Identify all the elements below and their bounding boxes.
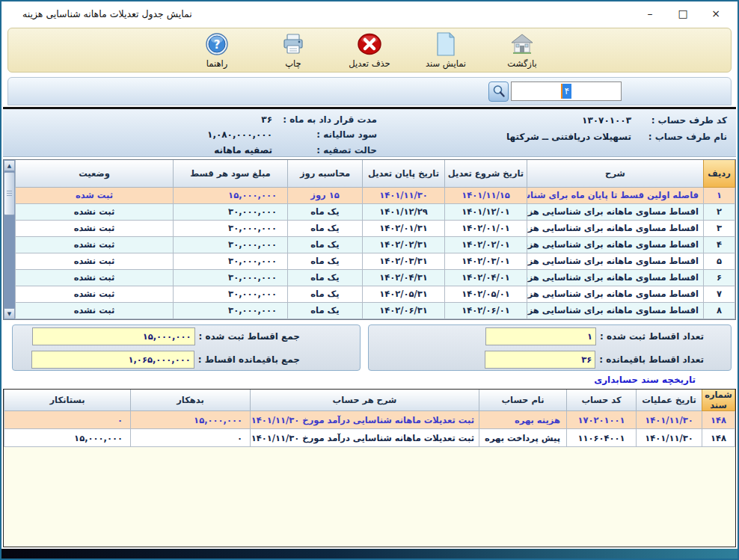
main-table-row[interactable]: ۴اقساط مساوی ماهانه برای شناسایی هزینه م… bbox=[16, 236, 735, 253]
history-table-row[interactable]: ۱۴۸۱۴۰۱/۱۱/۳۰۱۷۰۲۰۱۰۰۱هزینه بهرهثبت تعدی… bbox=[4, 411, 735, 429]
accounting-history-link[interactable]: تاریخچه سند حسابداری bbox=[594, 375, 696, 385]
home-icon bbox=[509, 31, 535, 57]
summary-section: تعداد اقساط ثبت شده : ۱ تعداد اقساط باقی… bbox=[7, 324, 732, 371]
header-credit[interactable]: بستانکار bbox=[4, 390, 131, 411]
annual-profit-label: سود سالیانه : bbox=[272, 129, 377, 140]
search-input[interactable]: ۴ bbox=[511, 81, 622, 101]
main-cell-days: ۱۵ روز bbox=[288, 187, 363, 203]
main-table-row[interactable]: ۳اقساط مساوی ماهانه برای شناسایی هزینه م… bbox=[16, 220, 735, 236]
history-table-area: شماره سند تاریخ عملیات کد حساب نام حساب … bbox=[3, 389, 736, 547]
main-cell-amount: ۳۰,۰۰۰,۰۰۰ bbox=[174, 286, 288, 302]
main-cell-amount: ۳۰,۰۰۰,۰۰۰ bbox=[174, 203, 288, 220]
scroll-down-arrow-icon[interactable]: ▼ bbox=[4, 308, 15, 319]
search-icon bbox=[492, 84, 506, 98]
main-cell-days: یک ماه bbox=[288, 286, 363, 302]
main-cell-end: ۱۴۰۱/۱۱/۳۰ bbox=[363, 187, 445, 203]
header-account-desc[interactable]: شرح هر حساب bbox=[251, 390, 479, 411]
header-day-calc[interactable]: محاسبه روز bbox=[288, 160, 363, 187]
header-status[interactable]: وضعیت bbox=[16, 160, 174, 187]
adjustments-table: ردیف شرح تاریخ شروع تعدیل تاریخ پایان تع… bbox=[15, 160, 735, 319]
header-debit[interactable]: بدهکار bbox=[131, 390, 251, 411]
delete-adjustment-button-label: حذف تعدیل bbox=[349, 58, 390, 69]
info-row: کد طرف حساب : ۱۳۰۷۰۱۰۰۳ bbox=[384, 114, 727, 127]
app-window: نمایش جدول تعدیلات ماهانه شناسایی هزینه … bbox=[0, 0, 739, 560]
printer-icon bbox=[280, 31, 306, 57]
svg-text:?: ? bbox=[214, 38, 221, 52]
main-table-body: ۱فاصله اولین قسط تا پایان ماه برای شناسا… bbox=[16, 187, 735, 319]
history-cell-doc: ۱۴۸ bbox=[702, 411, 735, 429]
history-cell-name: پیش پرداخت بهره bbox=[479, 429, 567, 447]
close-button[interactable]: × bbox=[705, 5, 727, 22]
header-doc-number[interactable]: شماره سند bbox=[702, 390, 735, 411]
scroll-up-arrow-icon[interactable]: ▲ bbox=[4, 160, 15, 171]
contract-months-label: مدت قرار داد به ماه : bbox=[272, 114, 377, 125]
header-end-date[interactable]: تاریخ پایان تعدیل bbox=[363, 160, 445, 187]
window-controls: – □ × bbox=[639, 5, 738, 22]
maximize-button[interactable]: □ bbox=[672, 5, 694, 22]
help-icon: ? bbox=[204, 31, 230, 57]
back-button[interactable]: بازگشت bbox=[495, 31, 549, 69]
header-start-date[interactable]: تاریخ شروع تعدیل bbox=[445, 160, 527, 187]
main-cell-end: ۱۴۰۲/۰۶/۳۱ bbox=[363, 302, 445, 319]
vertical-scrollbar[interactable]: ▲ ▼ bbox=[4, 160, 15, 319]
search-button[interactable] bbox=[488, 81, 509, 102]
main-cell-days: یک ماه bbox=[288, 203, 363, 220]
main-cell-start: ۱۴۰۲/۰۵/۰۱ bbox=[445, 286, 527, 302]
main-cell-desc: اقساط مساوی ماهانه برای شناسایی هزینه ما… bbox=[527, 286, 704, 302]
history-link-row: تاریخچه سند حسابداری bbox=[1, 371, 738, 389]
info-row: نام طرف حساب : تسهیلات دریافتنی ــ شرکته… bbox=[384, 130, 727, 144]
toolbar: بازگشت نمایش سند bbox=[7, 28, 732, 73]
search-input-selected-text: ۴ bbox=[561, 84, 571, 99]
header-operation-date[interactable]: تاریخ عملیات bbox=[637, 390, 702, 411]
count-registered-label: تعداد اقساط ثبت شده : bbox=[600, 331, 704, 342]
delete-adjustment-button[interactable]: حذف تعدیل bbox=[343, 31, 396, 69]
main-table-row[interactable]: ۲اقساط مساوی ماهانه برای شناسایی هزینه م… bbox=[16, 203, 735, 220]
summary-panel-sums: جمع اقساط ثبت شده : ۱۵,۰۰۰,۰۰۰ جمع باقیم… bbox=[12, 324, 361, 371]
info-row: سود سالیانه : ۱,۰۸۰,۰۰۰,۰۰۰ bbox=[25, 129, 377, 141]
header-row-number[interactable]: ردیف bbox=[704, 160, 735, 187]
header-installment-amount[interactable]: مبلغ سود هر قسط bbox=[174, 160, 288, 187]
scrollbar-track[interactable] bbox=[4, 215, 15, 308]
contract-months-value: ۳۶ bbox=[261, 114, 272, 125]
header-description[interactable]: شرح bbox=[527, 160, 704, 187]
main-cell-end: ۱۴۰۲/۰۳/۳۱ bbox=[363, 253, 445, 269]
info-row: مدت قرار داد به ماه : ۳۶ bbox=[25, 114, 377, 126]
main-cell-end: ۱۴۰۲/۰۴/۳۱ bbox=[363, 269, 445, 286]
main-cell-row: ۴ bbox=[704, 236, 735, 253]
toolbar-wrap: بازگشت نمایش سند bbox=[1, 25, 738, 73]
main-cell-end: ۱۴۰۱/۱۲/۲۹ bbox=[363, 203, 445, 220]
main-table-row[interactable]: ۱فاصله اولین قسط تا پایان ماه برای شناسا… bbox=[16, 187, 735, 203]
history-table-row[interactable]: ۱۴۸۱۴۰۱/۱۱/۳۰۱۱۰۶۰۴۰۰۱پیش پرداخت بهرهثبت… bbox=[4, 429, 735, 447]
main-cell-amount: ۳۰,۰۰۰,۰۰۰ bbox=[174, 236, 288, 253]
main-table-row[interactable]: ۷اقساط مساوی ماهانه برای شناسایی هزینه م… bbox=[16, 286, 735, 302]
main-table-row[interactable]: ۸اقساط مساوی ماهانه برای شناسایی هزینه م… bbox=[16, 302, 735, 319]
main-cell-status: ثبت نشده bbox=[16, 236, 174, 253]
history-cell-date: ۱۴۰۱/۱۱/۳۰ bbox=[637, 429, 702, 447]
summary-row: جمع اقساط ثبت شده : ۱۵,۰۰۰,۰۰۰ bbox=[13, 327, 300, 345]
show-document-button[interactable]: نمایش سند bbox=[419, 31, 473, 69]
main-cell-status: ثبت نشده bbox=[16, 269, 174, 286]
summary-row: تعداد اقساط باقیمانده : ۳۶ bbox=[369, 351, 704, 369]
main-table-row[interactable]: ۶اقساط مساوی ماهانه برای شناسایی هزینه م… bbox=[16, 269, 735, 286]
main-cell-amount: ۳۰,۰۰۰,۰۰۰ bbox=[174, 269, 288, 286]
main-cell-status: ثبت نشده bbox=[16, 220, 174, 236]
scrollbar-thumb[interactable] bbox=[4, 172, 15, 215]
history-cell-date: ۱۴۰۱/۱۱/۳۰ bbox=[637, 411, 702, 429]
header-account-code[interactable]: کد حساب bbox=[567, 390, 637, 411]
main-cell-end: ۱۴۰۲/۰۲/۳۱ bbox=[363, 236, 445, 253]
main-cell-row: ۳ bbox=[704, 220, 735, 236]
sum-remaining-value: ۱,۰۶۵,۰۰۰,۰۰۰ bbox=[128, 354, 193, 365]
main-cell-end: ۱۴۰۲/۰۵/۳۱ bbox=[363, 286, 445, 302]
main-cell-start: ۱۴۰۲/۰۱/۰۱ bbox=[445, 220, 527, 236]
show-document-button-label: نمایش سند bbox=[426, 58, 466, 69]
main-cell-desc: فاصله اولین قسط تا پایان ماه برای شناسای… bbox=[527, 187, 704, 203]
main-cell-row: ۱ bbox=[704, 187, 735, 203]
minimize-button[interactable]: – bbox=[639, 5, 661, 22]
main-cell-days: یک ماه bbox=[288, 236, 363, 253]
title-bar: نمایش جدول تعدیلات ماهانه شناسایی هزینه … bbox=[1, 1, 738, 25]
sum-remaining-field: ۱,۰۶۵,۰۰۰,۰۰۰ bbox=[31, 351, 194, 369]
print-button[interactable]: چاپ bbox=[266, 31, 320, 69]
help-button[interactable]: ? راهنما bbox=[190, 31, 244, 69]
header-account-name[interactable]: نام حساب bbox=[479, 390, 567, 411]
main-table-row[interactable]: ۵اقساط مساوی ماهانه برای شناسایی هزینه م… bbox=[16, 253, 735, 269]
